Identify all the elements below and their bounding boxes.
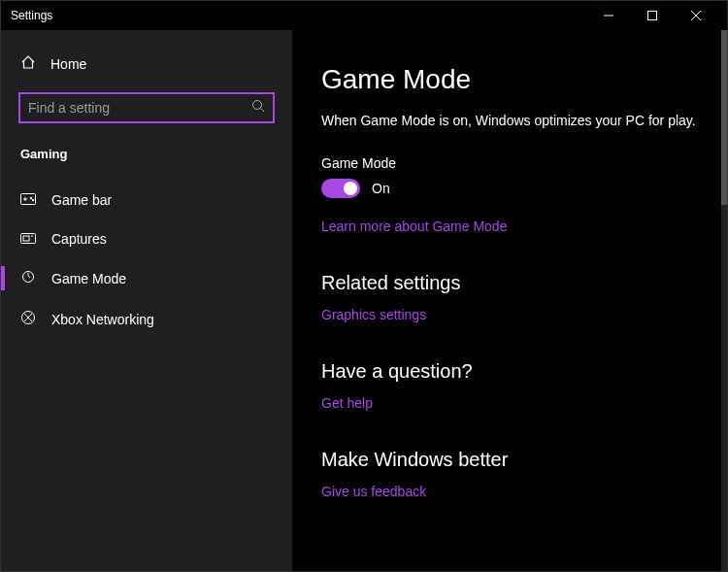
search-input[interactable] [28,100,251,116]
sidebar-section-header: Gaming [1,133,292,171]
home-nav[interactable]: Home [1,45,292,83]
maximize-button[interactable] [630,1,674,30]
graphics-settings-link[interactable]: Graphics settings [321,307,426,322]
get-help-link[interactable]: Get help [321,395,373,411]
sidebar-item-xbox-networking[interactable]: Xbox Networking [1,298,292,340]
svg-point-4 [253,101,262,110]
toggle-label: Game Mode [321,155,698,171]
better-heading: Make Windows better [321,449,698,471]
xbox-icon [20,310,36,328]
nav-list: Game bar Captures Game Mode [1,171,292,340]
sidebar-item-game-mode[interactable]: Game Mode [1,258,292,298]
related-heading: Related settings [321,272,698,294]
sidebar-item-label: Game Mode [51,271,126,286]
game-mode-icon [20,270,36,286]
toggle-row: On [321,179,698,198]
scrollbar[interactable] [721,30,727,571]
titlebar: Settings [1,1,727,30]
search-box[interactable] [18,92,275,123]
toggle-knob [344,182,357,195]
search-icon [251,99,265,117]
svg-rect-1 [647,12,656,20]
scrollbar-thumb[interactable] [721,30,727,205]
captures-icon [20,231,36,247]
svg-line-5 [261,109,265,113]
sidebar-item-captures[interactable]: Captures [1,219,292,258]
svg-rect-12 [23,236,29,241]
minimize-button[interactable] [586,1,630,30]
sidebar-item-label: Xbox Networking [51,312,154,327]
sidebar-item-label: Captures [51,231,107,247]
home-label: Home [50,56,86,72]
game-mode-toggle[interactable] [321,179,360,198]
maximize-icon [647,11,657,20]
learn-more-link[interactable]: Learn more about Game Mode [321,219,507,234]
sidebar-item-label: Game bar [51,192,112,208]
sidebar: Home Gaming Game bar [1,30,292,571]
toggle-state: On [372,181,390,196]
window-controls [586,1,717,30]
close-button[interactable] [674,1,717,30]
content: Home Gaming Game bar [1,30,727,571]
feedback-link[interactable]: Give us feedback [321,484,426,499]
minimize-icon [604,11,613,20]
page-title: Game Mode [321,64,698,95]
game-bar-icon [20,192,36,208]
search-wrap [1,83,292,133]
window-title: Settings [11,9,586,22]
main-panel: Game Mode When Game Mode is on, Windows … [292,30,727,571]
page-description: When Game Mode is on, Windows optimizes … [321,113,698,128]
settings-window: Settings Home [0,0,728,572]
question-heading: Have a question? [321,360,698,383]
svg-point-9 [30,197,32,199]
home-icon [20,54,36,73]
svg-point-10 [32,199,34,201]
close-icon [691,11,701,20]
sidebar-item-game-bar[interactable]: Game bar [1,181,292,219]
